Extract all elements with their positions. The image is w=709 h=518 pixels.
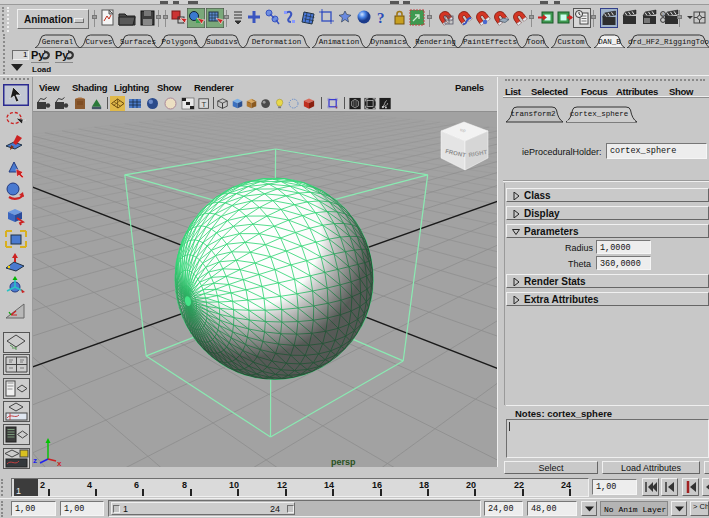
svg-text:Toon: Toon [526, 38, 544, 46]
svg-text:Polygons: Polygons [161, 38, 197, 46]
svg-text:Deformation: Deformation [252, 38, 302, 46]
svg-text:Rendering: Rendering [415, 38, 456, 46]
svg-text:?: ? [377, 10, 385, 26]
svg-text:Surfaces: Surfaces [120, 38, 156, 46]
svg-text:persp: persp [331, 457, 356, 467]
svg-text:x: x [57, 459, 62, 467]
svg-text:T: T [201, 100, 206, 109]
svg-text:drd_HF2_RiggingToo: drd_HF2_RiggingToo [628, 38, 709, 46]
svg-text:transform2: transform2 [510, 110, 555, 118]
svg-text:Subdivs: Subdivs [206, 38, 238, 46]
svg-text:Custom: Custom [557, 38, 585, 46]
svg-text:Animation: Animation [319, 38, 360, 46]
svg-text:Curves: Curves [85, 38, 112, 46]
svg-text:PaintEffects: PaintEffects [463, 38, 517, 46]
svg-text:z: z [33, 456, 37, 465]
svg-text:General: General [42, 38, 74, 46]
svg-text:Dynamics: Dynamics [370, 38, 406, 46]
svg-text:cortex_sphere: cortex_sphere [570, 110, 629, 118]
svg-text:DAN_B: DAN_B [598, 38, 621, 46]
